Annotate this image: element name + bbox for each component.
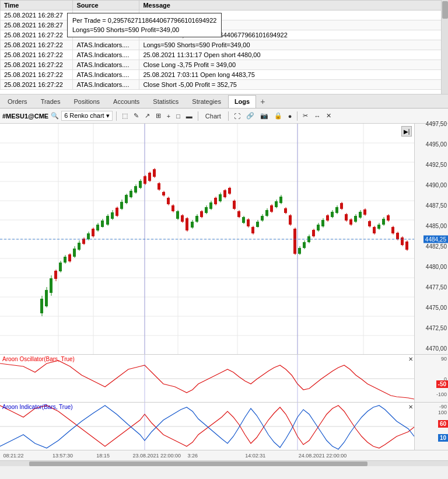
toolbar-cursor[interactable]: ⬚	[120, 111, 130, 120]
svg-rect-35	[73, 249, 76, 257]
price-label: 4480,00	[426, 264, 447, 270]
svg-rect-53	[116, 208, 118, 216]
price-label: 4472,50	[426, 325, 447, 331]
log-table-row: 25.08.2021 16:27:22ATAS.Indicators....25…	[1, 70, 448, 80]
svg-rect-45	[96, 225, 99, 230]
log-cell-source: ATAS.Indicators....	[73, 70, 139, 80]
toolbar-rect[interactable]: □	[174, 112, 182, 120]
col-message: Message	[139, 1, 448, 11]
toolbar-line[interactable]: ↗	[143, 111, 152, 120]
tab-statistics[interactable]: Statistics	[146, 95, 185, 108]
svg-rect-91	[205, 207, 208, 213]
col-time: Time	[1, 1, 73, 11]
svg-rect-73	[162, 192, 165, 195]
toolbar-search-icon[interactable]: 🔍	[51, 112, 59, 120]
price-label: 4490,00	[426, 182, 447, 188]
price-axis: 4497,504495,004492,504490,004487,504485,…	[414, 124, 448, 354]
tab-bar: OrdersTradesPositionsAccountsStatisticsS…	[0, 95, 448, 109]
log-cell-time: 25.08.2021 16:27:22	[1, 50, 73, 60]
svg-rect-41	[87, 233, 90, 239]
aroon-ind-badge-10: 10	[438, 434, 448, 442]
price-label: 4477,50	[426, 284, 447, 291]
chart-toolbar: #MESU1@CME 🔍 6 Renko chart ▾ ⬚ ✎ ↗ ⊞ + □…	[0, 109, 448, 124]
svg-rect-157	[359, 212, 362, 218]
svg-rect-119	[270, 205, 273, 212]
svg-rect-23	[45, 290, 48, 306]
toolbar-close[interactable]: ✕	[324, 111, 333, 120]
svg-rect-49	[106, 216, 109, 225]
log-cell-time: 25.08.2021 16:27:22	[1, 70, 73, 80]
svg-rect-107	[242, 217, 245, 223]
svg-rect-123	[279, 197, 282, 203]
log-cell-time: 25.08.2021 16:27:22	[1, 60, 73, 70]
col-source: Source	[73, 1, 139, 11]
toolbar-resize[interactable]: ↔	[312, 112, 322, 120]
bottom-scrollbar-thumb[interactable]	[29, 461, 368, 466]
log-cell-message: 25.08.2021 11:31:17 Open short 4480,00	[139, 50, 448, 60]
bottom-scrollbar[interactable]	[0, 460, 448, 466]
svg-rect-143	[326, 215, 329, 221]
svg-rect-75	[167, 198, 170, 204]
svg-rect-57	[125, 195, 128, 203]
svg-rect-79	[176, 211, 179, 219]
svg-rect-159	[363, 209, 366, 215]
toolbar-circle[interactable]: ●	[286, 112, 294, 120]
svg-rect-21	[40, 299, 43, 313]
time-label: 14:02:31	[245, 453, 265, 459]
svg-rect-137	[312, 230, 315, 236]
tab-positions[interactable]: Positions	[67, 95, 106, 108]
toolbar-cut[interactable]: ✂	[301, 111, 310, 120]
price-label: 4492,50	[426, 162, 447, 168]
svg-rect-129	[293, 229, 296, 254]
log-scrollbar[interactable]	[441, 0, 448, 95]
toolbar-snapshot[interactable]: 📷	[258, 111, 270, 120]
toolbar-sep-4	[297, 111, 298, 121]
chart-area: ▶|	[0, 124, 448, 354]
toolbar-pencil[interactable]: ✎	[132, 111, 141, 120]
svg-rect-89	[200, 211, 203, 217]
toolbar-link[interactable]: 🔗	[244, 111, 256, 120]
svg-rect-37	[78, 243, 80, 250]
svg-rect-85	[191, 222, 194, 228]
svg-rect-47	[101, 221, 104, 227]
goto-end-button[interactable]: ▶|	[401, 126, 412, 137]
toolbar-plus[interactable]: +	[165, 112, 172, 120]
tab-strategies[interactable]: Strategies	[186, 95, 228, 108]
svg-rect-29	[59, 263, 62, 271]
toolbar-bar[interactable]: ▬	[184, 112, 194, 120]
svg-rect-43	[92, 229, 94, 236]
svg-rect-103	[233, 201, 236, 209]
svg-rect-165	[377, 225, 380, 229]
svg-rect-59	[130, 191, 132, 197]
toolbar-grid[interactable]: ⊞	[154, 111, 163, 120]
chart-main: ▶|	[0, 124, 414, 354]
svg-rect-149	[340, 203, 343, 209]
log-cell-message: Close Long -3,75 Profit = 349,00	[139, 60, 448, 70]
tab-logs[interactable]: Logs	[228, 95, 256, 108]
aroon-ind-panel: Aroon Indicator(Bars, True) ✕ -90 100 60…	[0, 402, 448, 450]
time-label: 24.08.2021 22:00:00	[299, 453, 347, 459]
svg-rect-77	[172, 205, 174, 211]
toolbar-symbol: #MESU1@CME	[2, 113, 48, 120]
price-label: 4495,00	[426, 141, 447, 148]
tab-add-button[interactable]: +	[257, 96, 268, 107]
log-cell-message: Close Short -5,00 Profit = 352,75	[139, 80, 448, 90]
svg-rect-173	[396, 233, 399, 239]
price-label: 4487,50	[426, 202, 447, 209]
tab-accounts[interactable]: Accounts	[107, 95, 146, 108]
log-scrollbar-thumb[interactable]	[442, 1, 448, 19]
toolbar-renko[interactable]: 6 Renko chart ▾	[61, 111, 113, 121]
svg-rect-101	[228, 188, 231, 194]
log-cell-time: 25.08.2021 16:28:27	[1, 20, 73, 30]
time-label: 13:57:30	[52, 453, 73, 459]
tab-trades[interactable]: Trades	[34, 95, 67, 108]
log-cell-time: 25.08.2021 16:27:22	[1, 40, 73, 50]
svg-rect-109	[247, 219, 250, 226]
svg-rect-141	[321, 220, 324, 226]
log-cell-message: Longs=590 Shorts=590 Profit=349,00	[139, 40, 448, 50]
toolbar-sync[interactable]: ⛶	[232, 112, 242, 120]
toolbar-lock[interactable]: 🔒	[272, 111, 284, 120]
tab-orders[interactable]: Orders	[1, 95, 34, 108]
svg-rect-51	[111, 212, 114, 219]
svg-rect-113	[256, 222, 259, 227]
